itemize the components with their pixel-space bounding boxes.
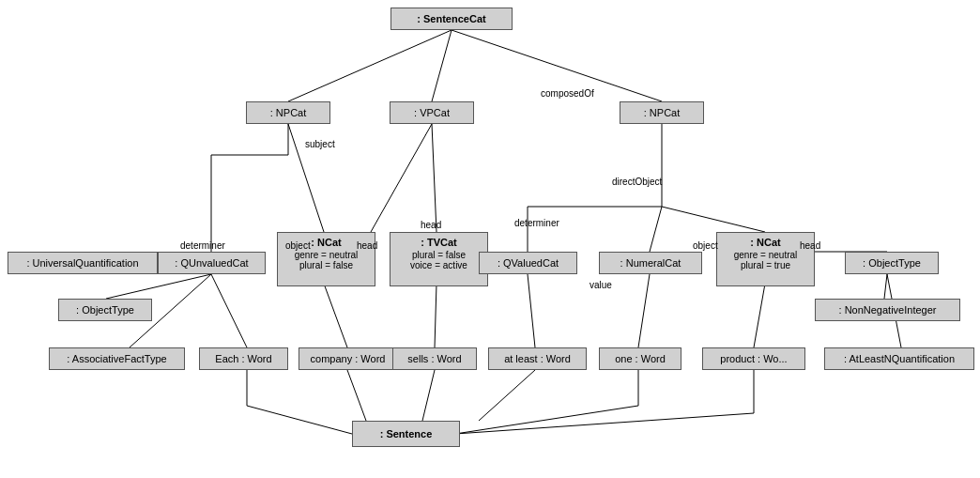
svg-line-21: [435, 284, 436, 347]
node-universalq: : UniversalQuantification: [8, 252, 158, 274]
node-nonnegint: : NonNegativeInteger: [815, 299, 960, 321]
svg-line-24: [754, 284, 765, 347]
svg-line-26: [884, 274, 887, 299]
svg-line-32: [479, 370, 535, 421]
node-numeralcat: : NumeralCat: [599, 252, 702, 274]
label-object2: object: [693, 240, 718, 251]
svg-line-19: [211, 274, 247, 347]
svg-line-30: [347, 370, 366, 421]
label-composedof: composedOf: [541, 88, 594, 99]
node-sells-word: sells : Word: [392, 347, 477, 370]
node-atleast-word: at least : Word: [488, 347, 587, 370]
node-objecttype2: : ObjectType: [58, 299, 152, 321]
node-tvcat: : TVCat plural = false voice = active: [390, 232, 488, 286]
label-head1: head: [357, 240, 377, 251]
svg-line-22: [528, 274, 535, 347]
label-object1: object: [285, 240, 311, 251]
svg-line-7: [371, 124, 432, 232]
diagram: : SentenceCat : NPCat : VPCat : NPCat : …: [0, 0, 980, 478]
node-assocfacttype: : AssociativeFactType: [49, 347, 185, 370]
node-product-word: product : Wo...: [702, 347, 805, 370]
node-qunvaluedcat: : QUnvaluedCat: [158, 252, 266, 274]
label-head2: head: [421, 220, 441, 230]
label-determiner1: determiner: [180, 240, 225, 251]
label-directobject: directObject: [612, 177, 662, 187]
svg-line-1: [432, 30, 452, 101]
node-company-word: company : Word: [299, 347, 397, 370]
label-subject: subject: [305, 139, 335, 149]
svg-line-8: [432, 124, 436, 232]
svg-line-13: [650, 207, 662, 252]
svg-line-29: [247, 406, 352, 434]
node-sentence: : Sentence: [352, 421, 460, 447]
node-each-word: Each : Word: [199, 347, 288, 370]
node-atleastnq: : AtLeastNQuantification: [824, 347, 974, 370]
svg-line-36: [455, 413, 754, 434]
node-vpcat: : VPCat: [390, 101, 474, 124]
node-npcat1: : NPCat: [246, 101, 330, 124]
node-qvaluedcat: : QValuedCat: [479, 252, 577, 274]
label-head3: head: [800, 240, 820, 251]
svg-line-14: [662, 207, 765, 232]
svg-line-20: [324, 284, 347, 347]
svg-line-31: [422, 370, 435, 421]
node-sentencecat: : SentenceCat: [390, 8, 513, 30]
node-objecttype1: : ObjectType: [845, 252, 939, 274]
svg-line-34: [455, 406, 638, 434]
svg-line-17: [106, 274, 211, 299]
connector-lines: [0, 0, 980, 478]
label-value: value: [590, 280, 612, 290]
node-one-word: one : Word: [599, 347, 681, 370]
label-determiner2: determiner: [514, 218, 559, 228]
node-npcat2: : NPCat: [620, 101, 704, 124]
svg-line-23: [638, 274, 650, 347]
svg-line-0: [288, 30, 452, 101]
